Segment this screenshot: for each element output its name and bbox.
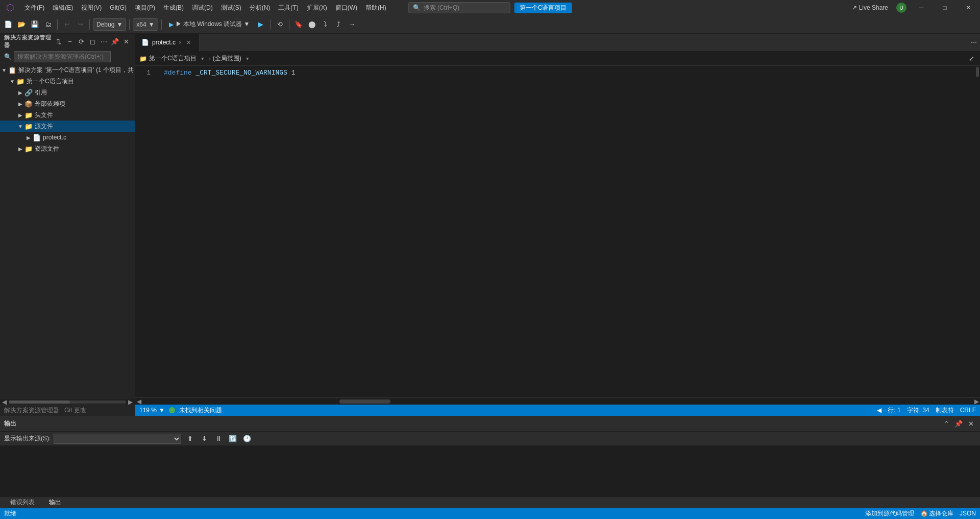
attach-btn[interactable]: ⟲ — [274, 18, 286, 31]
output-close-btn[interactable]: ✕ — [966, 419, 976, 429]
step-btn[interactable]: ⤵ — [319, 18, 331, 31]
debug-config-dropdown[interactable]: Debug ▼ — [93, 18, 126, 31]
output-btn2[interactable]: ⬇ — [199, 433, 210, 444]
redo-btn[interactable]: ↪ — [74, 18, 86, 31]
tree-project[interactable]: ▼ 📁 第一个C语言项目 — [0, 76, 135, 87]
breadcrumb-project-dropdown[interactable]: ▼ — [199, 55, 207, 63]
editor-hscroll[interactable]: ◀ ▶ — [135, 397, 980, 405]
continue-btn[interactable]: → — [346, 18, 358, 31]
search-placeholder: 搜索 (Ctrl+Q) — [424, 4, 459, 12]
open-file-btn[interactable]: 📂 — [15, 18, 28, 31]
menu-debug[interactable]: 调试(D) — [188, 0, 217, 15]
editor-right-scroll[interactable] — [973, 66, 980, 397]
new-file-btn[interactable]: 📄 — [2, 18, 14, 31]
run-debugger-btn[interactable]: ▶ ▶ 本地 Windows 调试器 ▼ — [165, 18, 254, 31]
sidebar-footer: 解决方案资源管理器 Git 更改 — [0, 405, 135, 416]
sidebar-pin-btn[interactable]: 📌 — [110, 37, 119, 46]
menu-file[interactable]: 文件(F) — [20, 0, 48, 15]
minimize-button[interactable]: ─ — [910, 0, 933, 15]
tree-protect-c[interactable]: ▶ 📄 protect.c — [0, 132, 135, 143]
status-line-ending[interactable]: CRLF — [960, 407, 976, 414]
menu-extend[interactable]: 扩展(X) — [303, 0, 331, 15]
project-label: 第一个C语言项目 — [27, 77, 74, 86]
breadcrumb-scope-label: (全局范围) — [213, 54, 241, 63]
tab-close[interactable]: ✕ — [185, 38, 193, 46]
footer-solution-explorer[interactable]: 解决方案资源管理器 — [4, 406, 59, 415]
tree-references[interactable]: ▶ 🔗 引用 — [0, 87, 135, 98]
tree-view: ▼ 📋 解决方案 '第一个C语言项目' (1 个项目，共 ▼ 📁 第一个C语言项… — [0, 64, 135, 399]
menu-git[interactable]: Git(G) — [106, 0, 131, 15]
tree-sources[interactable]: ▼ 📁 源文件 — [0, 121, 135, 132]
bookmark-btn[interactable]: 🔖 — [292, 18, 305, 31]
close-button[interactable]: ✕ — [957, 0, 980, 15]
status-zoom[interactable]: 119 % ▼ — [139, 407, 165, 414]
output-toolbar: 显示输出来源(S): ⬆ ⬇ ⏸ 🔃 🕐 — [0, 432, 980, 446]
sb-add-source[interactable]: 添加到源代码管理 — [865, 509, 914, 518]
hscroll-track[interactable] — [9, 400, 126, 404]
bottom-tab-output[interactable]: 输出 — [43, 497, 67, 508]
output-panel: 输出 ⌃ 📌 ✕ 显示输出来源(S): ⬆ ⬇ ⏸ 🔃 🕐 错误列表 输出 — [0, 416, 980, 508]
output-btn3[interactable]: ⏸ — [213, 433, 224, 444]
tree-headers[interactable]: ▶ 📁 头文件 — [0, 109, 135, 121]
output-source-label: 显示输出来源(S): — [4, 434, 51, 443]
undo-btn[interactable]: ↩ — [61, 18, 73, 31]
breadcrumb-scope[interactable]: (全局范围) — [213, 54, 241, 63]
sidebar-view-btn[interactable]: ◻ — [88, 37, 97, 46]
sidebar-refresh-btn[interactable]: ⟳ — [77, 37, 86, 46]
tree-resources[interactable]: ▶ 📁 资源文件 — [0, 143, 135, 154]
tab-scroll-right[interactable]: ⋯ — [968, 34, 980, 51]
editor-hscroll-right[interactable]: ▶ — [973, 398, 980, 405]
status-col[interactable]: 字符: 34 — [907, 406, 929, 415]
sidebar-filter-btn[interactable]: ⇅ — [54, 37, 63, 46]
status-issues-label: 未找到相关问题 — [179, 406, 222, 415]
menu-help[interactable]: 帮助(H) — [361, 0, 390, 15]
menu-edit[interactable]: 编辑(E) — [48, 0, 77, 15]
menu-window[interactable]: 窗口(W) — [331, 0, 361, 15]
breadcrumb-project[interactable]: 📁 第一个C语言项目 — [139, 54, 197, 63]
sb-select-repo[interactable]: 🏠 选择仓库 — [920, 509, 953, 518]
status-scroll-left[interactable]: ◀ — [877, 407, 881, 414]
output-pin-btn[interactable]: 📌 — [953, 419, 964, 429]
breadcrumb-expand-btn[interactable]: ⤢ — [967, 54, 976, 63]
menu-analyze[interactable]: 分析(N) — [246, 0, 275, 15]
status-line[interactable]: 行: 1 — [888, 406, 900, 415]
output-collapse-btn[interactable]: ⌃ — [941, 419, 951, 429]
maximize-button[interactable]: □ — [933, 0, 957, 15]
user-avatar[interactable]: U — [893, 0, 910, 15]
save-all-btn[interactable]: 🗂 — [42, 18, 54, 31]
editor-hscroll-left[interactable]: ◀ — [135, 398, 142, 405]
live-share-button[interactable]: ↗ Live Share — [847, 0, 893, 15]
tree-ext-dep[interactable]: ▶ 📦 外部依赖项 — [0, 98, 135, 109]
breadcrumb-scope-dropdown[interactable]: ▼ — [243, 55, 252, 63]
code-content[interactable]: #define _CRT_SECURE_NO_WARNINGS 1 — [156, 66, 973, 397]
menu-tools[interactable]: 工具(T) — [274, 0, 302, 15]
menu-test[interactable]: 测试(S) — [217, 0, 246, 15]
status-issues[interactable]: 未找到相关问题 — [179, 406, 222, 415]
res-label: 资源文件 — [35, 145, 59, 153]
bottom-tab-errors[interactable]: 错误列表 — [4, 497, 41, 508]
tree-solution[interactable]: ▼ 📋 解决方案 '第一个C语言项目' (1 个项目，共 — [0, 64, 135, 76]
code-editor[interactable]: 1 #define _CRT_SECURE_NO_WARNINGS 1 — [135, 66, 980, 397]
footer-git[interactable]: Git 更改 — [64, 406, 86, 415]
menu-build[interactable]: 生成(B) — [159, 0, 188, 15]
sb-json[interactable]: JSON — [960, 510, 976, 517]
global-search[interactable]: 🔍 搜索 (Ctrl+Q) — [408, 2, 510, 13]
menu-view[interactable]: 视图(V) — [77, 0, 106, 15]
sidebar-search-input[interactable] — [14, 51, 111, 62]
output-btn1[interactable]: ⬆ — [184, 433, 195, 444]
tab-protect-c[interactable]: 📄 protect.c × ✕ — [135, 34, 200, 51]
menu-project[interactable]: 项目(P) — [131, 0, 159, 15]
step-out-btn[interactable]: ⤴ — [332, 18, 345, 31]
run-btn2[interactable]: ▶ — [255, 18, 267, 31]
sidebar-close-btn[interactable]: ✕ — [121, 37, 131, 46]
save-btn[interactable]: 💾 — [29, 18, 41, 31]
breakpoint-btn[interactable]: ⬤ — [306, 18, 318, 31]
sidebar-menu-btn[interactable]: ⋯ — [99, 37, 108, 46]
sidebar-collapse-btn[interactable]: − — [65, 37, 75, 46]
platform-dropdown[interactable]: x64 ▼ — [133, 18, 158, 31]
status-encoding[interactable]: 制表符 — [936, 406, 954, 415]
output-source-select[interactable] — [54, 434, 181, 444]
output-btn4[interactable]: 🔃 — [227, 433, 238, 444]
sidebar-hscroll[interactable]: ◀ ▶ — [0, 399, 135, 405]
output-btn5[interactable]: 🕐 — [241, 433, 253, 444]
